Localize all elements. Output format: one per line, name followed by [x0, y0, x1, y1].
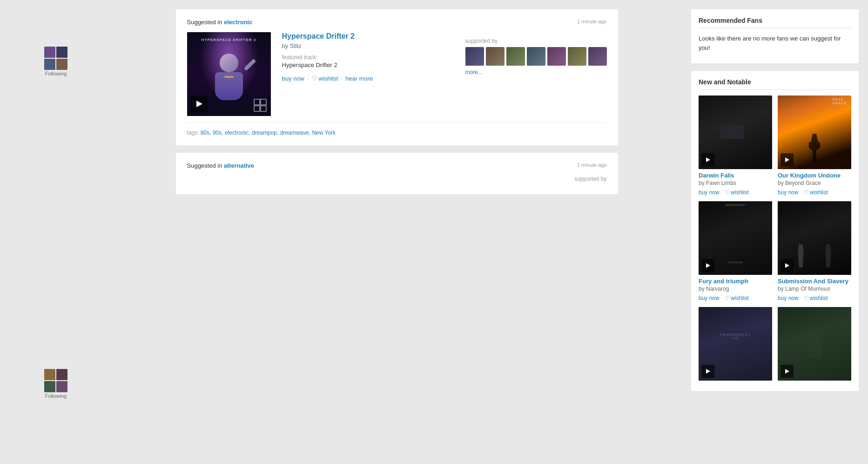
avatar-cell	[44, 47, 55, 58]
avatar-cell	[44, 369, 55, 380]
play-button[interactable]	[191, 96, 208, 112]
notable-cover-darwin-falls[interactable]	[699, 96, 772, 169]
tag-90s[interactable]: 90s	[213, 130, 222, 136]
genre-label[interactable]: electronic	[224, 19, 252, 26]
card-header: Suggested in electronic 1 minute ago	[187, 19, 607, 26]
play-icon	[785, 369, 789, 374]
notable-artist-fury: by Narvarog	[699, 286, 772, 292]
new-notable-title: New and Notable	[699, 78, 851, 90]
supporter-avatar[interactable]	[506, 47, 525, 66]
notable-artist-kingdom: by Beyond Grace	[778, 180, 851, 186]
tags-section: tags: 80s, 90s, electronic, dreampop, dr…	[187, 123, 607, 136]
card-2-supported-by: supported by	[187, 176, 607, 185]
notable-title-kingdom[interactable]: Our Kingdom Undone	[778, 172, 851, 179]
play-icon	[706, 157, 710, 162]
play-button-last[interactable]	[781, 365, 794, 378]
album-cover[interactable]	[187, 32, 271, 116]
svg-rect-3	[261, 106, 266, 111]
tag-dreampop[interactable]: dreampop	[252, 130, 277, 136]
tag-dreamwave[interactable]: dreamwave	[280, 130, 309, 136]
play-icon	[706, 263, 710, 268]
svg-rect-2	[254, 106, 260, 111]
supported-by-section: supported by more...	[465, 38, 607, 75]
notable-grid: Darwin Falls by Fawn Limbs buy now · ♡ w…	[699, 96, 851, 383]
heart-icon: ♡	[804, 295, 809, 301]
following-avatar-grid[interactable]	[44, 47, 67, 70]
avatar-cell	[44, 59, 55, 70]
play-icon	[785, 157, 789, 162]
hear-more-link[interactable]: hear more	[345, 75, 373, 82]
notable-item-last[interactable]	[778, 307, 851, 383]
avatar-cell	[56, 381, 67, 392]
notable-item-darwin-falls[interactable]: Darwin Falls by Fawn Limbs buy now · ♡ w…	[699, 96, 772, 196]
avatar-cell	[44, 381, 55, 392]
play-button-darwin[interactable]	[701, 153, 714, 166]
following-label-2: Following	[44, 393, 67, 399]
notable-cover-fury[interactable]: NARBAROD ru and triumph	[699, 201, 772, 275]
feed-card-electronic: Suggested in electronic 1 minute ago	[176, 9, 618, 145]
notable-artist-submission: by Lamp Of Murmuur	[778, 286, 851, 292]
notable-actions-darwin: buy now · ♡ wishlist	[699, 189, 772, 196]
action-links: buy now · ♡ wishlist · hear more	[282, 75, 456, 82]
following-avatar-grid-2[interactable]	[44, 369, 67, 392]
supporter-avatars	[465, 47, 607, 66]
card-header-2: Suggested in alternative 1 minute ago	[187, 162, 607, 169]
play-button-transgressiv[interactable]	[701, 365, 714, 378]
notable-actions-kingdom: buy now · ♡ wishlist	[778, 189, 851, 196]
sidebar: Recommended Fans Looks like there are no…	[691, 9, 859, 399]
new-notable-section: New and Notable	[691, 71, 859, 391]
no-fans-text: Looks like there are no more fans we can…	[699, 30, 851, 56]
notable-cover-last-el[interactable]	[778, 307, 851, 381]
timestamp-2: 1 minute ago	[577, 162, 607, 168]
svg-rect-0	[254, 99, 260, 105]
tag-new-york[interactable]: New York	[312, 130, 336, 136]
supporter-avatar[interactable]	[527, 47, 545, 66]
supporter-avatar[interactable]	[547, 47, 566, 66]
supporter-avatar[interactable]	[568, 47, 586, 66]
supported-by-label-2: supported by	[574, 176, 606, 182]
notable-wishlist-submission[interactable]: ♡ wishlist	[804, 295, 828, 301]
notable-actions-submission: buy now · ♡ wishlist	[778, 295, 851, 301]
notable-item-kingdom[interactable]: DEADGRACE Our Kingdom Undone by Beyond G…	[778, 96, 851, 196]
play-button-kingdom[interactable]	[781, 153, 794, 166]
more-supporters-link[interactable]: more...	[465, 69, 483, 75]
notable-buy-kingdom[interactable]: buy now	[778, 189, 799, 196]
notable-buy-darwin[interactable]: buy now	[699, 189, 720, 196]
notable-title-submission[interactable]: Submission And Slavery	[778, 278, 851, 285]
svg-rect-1	[261, 99, 266, 105]
feed-card-alternative: Suggested in alternative 1 minute ago su…	[176, 153, 618, 194]
play-button-submission[interactable]	[781, 259, 794, 272]
genre-label-2[interactable]: alternative	[224, 162, 254, 169]
notable-wishlist-darwin[interactable]: ♡ wishlist	[725, 189, 749, 196]
suggested-label: Suggested in electronic	[187, 19, 253, 26]
card-body: supported by more... Hyperspace Dri	[187, 32, 607, 116]
supporter-avatar[interactable]	[465, 47, 484, 66]
recommended-fans-section: Recommended Fans Looks like there are no…	[691, 9, 859, 63]
supporter-avatar[interactable]	[588, 47, 607, 66]
notable-item-transgressiv[interactable]: TRANSGRESSIV5	[699, 307, 772, 383]
supporter-avatar[interactable]	[486, 47, 505, 66]
heart-icon: ♡	[312, 75, 317, 82]
avatar-cell	[56, 59, 67, 70]
play-icon	[196, 101, 202, 107]
notable-title-darwin[interactable]: Darwin Falls	[699, 172, 772, 179]
notable-buy-fury[interactable]: buy now	[699, 295, 720, 301]
recommended-fans-title: Recommended Fans	[699, 17, 851, 28]
notable-cover-transgressiv-el[interactable]: TRANSGRESSIV5	[699, 307, 772, 381]
notable-wishlist-fury[interactable]: ♡ wishlist	[725, 295, 749, 301]
album-figure	[208, 54, 250, 105]
heart-icon: ♡	[725, 189, 730, 196]
play-button-fury[interactable]	[701, 259, 714, 272]
notable-buy-submission[interactable]: buy now	[778, 295, 799, 301]
wishlist-link[interactable]: ♡ wishlist	[312, 75, 338, 82]
tag-electronic[interactable]: electronic	[225, 130, 249, 136]
notable-cover-kingdom[interactable]: DEADGRACE	[778, 96, 851, 169]
notable-item-fury[interactable]: NARBAROD ru and triumph Fury and triumph…	[699, 201, 772, 301]
buy-now-link[interactable]: buy now	[282, 75, 304, 82]
notable-title-fury[interactable]: Fury and triumph	[699, 278, 772, 285]
notable-item-submission[interactable]: Submission And Slavery by Lamp Of Murmuu…	[778, 201, 851, 301]
suggested-label-2: Suggested in alternative	[187, 162, 255, 169]
notable-cover-submission[interactable]	[778, 201, 851, 275]
tag-80s[interactable]: 80s	[201, 130, 209, 136]
notable-wishlist-kingdom[interactable]: ♡ wishlist	[804, 189, 828, 196]
